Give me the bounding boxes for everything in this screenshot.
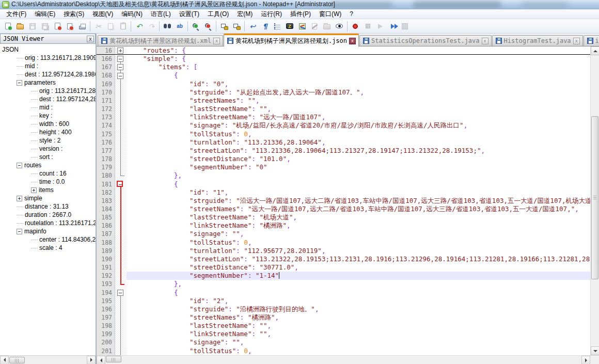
code-text[interactable]: "streetLatLon": "113.21322,28.19153;113.…	[127, 255, 590, 263]
fold-collapse-icon[interactable]	[117, 290, 123, 296]
fold-collapse-icon[interactable]	[117, 64, 123, 70]
macro-play-icon[interactable]	[374, 20, 386, 33]
scrollbar-track[interactable]	[591, 55, 599, 346]
tree-item-15[interactable]: count : 16	[0, 169, 96, 178]
macro-stop-icon[interactable]	[361, 20, 374, 33]
tree-item-1[interactable]: orig : 113.216171,28.190967	[0, 54, 96, 62]
code-text[interactable]: "linkStreetName": "",	[127, 330, 590, 338]
code-text[interactable]: "strguide": "沿远大一路/国道107,远大二路/省道103,车站中路…	[127, 197, 590, 205]
macro-record-icon[interactable]	[349, 20, 361, 33]
menu-item-7[interactable]: 工具(O)	[203, 9, 233, 20]
expand-icon[interactable]	[31, 187, 37, 193]
tab-close-icon[interactable]: x	[482, 38, 488, 44]
code-text[interactable]: {	[127, 180, 590, 188]
scrollbar-track[interactable]	[122, 356, 581, 364]
tab-1[interactable]: 黄花机场到橘子洲风景区路径规划.jsonx	[224, 34, 359, 46]
tree-item-18[interactable]: simple	[0, 194, 96, 202]
collapse-icon[interactable]	[17, 229, 22, 234]
copy-icon[interactable]	[104, 20, 117, 33]
code-text[interactable]: },	[127, 171, 590, 180]
code-text[interactable]: "streetDistance": "30771.0",	[127, 263, 590, 272]
collapse-icon[interactable]	[17, 80, 22, 86]
print-icon[interactable]	[76, 20, 88, 33]
zoom-in-icon[interactable]	[190, 20, 202, 33]
macro-save-icon[interactable]	[399, 20, 411, 33]
open-file-icon[interactable]	[14, 20, 26, 33]
show-all-characters-icon[interactable]: ¶	[259, 20, 271, 33]
new-file-icon[interactable]	[2, 20, 14, 33]
code-text[interactable]: "tollStatus": 0,	[127, 239, 590, 247]
tree-item-6[interactable]: dest : 112.957124,28.198626	[0, 95, 96, 103]
tree-item-17[interactable]: items	[0, 186, 96, 194]
cut-icon[interactable]: ✂	[92, 20, 104, 33]
tree-item-2[interactable]: mid :	[0, 62, 96, 70]
code-text[interactable]: "id": "2",	[127, 297, 590, 305]
tree-item-13[interactable]: sort :	[0, 153, 96, 161]
scrollbar-track[interactable]	[25, 356, 87, 364]
save-icon[interactable]	[26, 20, 39, 33]
code-text[interactable]: "turnlatlon": "112.95677,28.20119",	[127, 247, 590, 255]
tab-2[interactable]: StatisticsOperationsTest.javax	[359, 35, 492, 46]
find-icon[interactable]	[161, 20, 174, 33]
close-icon[interactable]	[51, 20, 64, 33]
menu-item-4[interactable]: 编码(N)	[117, 9, 147, 20]
tree-item-3[interactable]: dest : 112.957124,28.198626	[0, 70, 96, 78]
code-text[interactable]: "tollStatus": 0,	[127, 347, 590, 355]
tree-item-0[interactable]: JSON	[0, 45, 96, 54]
tree-item-19[interactable]: distance : 31.13	[0, 202, 96, 211]
code-text[interactable]: "streetDistance": "101.0",	[127, 155, 590, 163]
tree-item-14[interactable]: routes	[0, 161, 96, 169]
undo-icon[interactable]: ↶	[133, 20, 145, 33]
menu-item-12[interactable]: ?	[345, 9, 357, 19]
code-text[interactable]: "tollStatus": 0,	[127, 130, 590, 138]
tree-item-4[interactable]: parameters	[0, 78, 96, 87]
code-text[interactable]: },	[127, 280, 590, 288]
code-text[interactable]: "lastStreetName": "",	[127, 105, 590, 113]
fold-expand-icon[interactable]	[117, 48, 123, 54]
tab-close-icon[interactable]: x	[213, 38, 220, 44]
code-text[interactable]: "items": [	[127, 63, 590, 71]
word-wrap-icon[interactable]: ↩	[246, 20, 259, 33]
indent-guide-icon[interactable]	[271, 20, 283, 33]
tree-item-24[interactable]: scale : 4	[0, 244, 96, 252]
tab-close-icon[interactable]: x	[573, 38, 580, 44]
menu-item-6[interactable]: 设置(T)	[175, 9, 203, 20]
tree-item-7[interactable]: mid :	[0, 103, 96, 112]
sync-vertical-icon[interactable]	[218, 20, 230, 33]
code-text[interactable]: "signage": "",	[127, 338, 590, 346]
code-text[interactable]: {	[127, 289, 590, 297]
code-text[interactable]: "linkStreetName": "远大一路/国道107",	[127, 113, 590, 121]
menu-item-0[interactable]: 文件(F)	[2, 9, 30, 20]
code-text[interactable]: "streetNames": "橘洲路",	[127, 313, 590, 322]
fold-collapse-icon[interactable]	[117, 73, 123, 79]
document-map-icon[interactable]	[296, 20, 308, 33]
vertical-scrollbar[interactable]	[590, 46, 599, 355]
code-text[interactable]: {	[127, 71, 590, 80]
paste-icon[interactable]	[117, 20, 129, 33]
macro-run-multiple-icon[interactable]	[386, 20, 399, 33]
tree-item-11[interactable]: style : 2	[0, 136, 96, 145]
tab-0[interactable]: 黄花机场到橘子洲景区路径规划.xmlx	[98, 35, 223, 46]
tree-item-20[interactable]: duration : 2667.0	[0, 211, 96, 219]
menu-item-3[interactable]: 视图(V)	[88, 9, 117, 20]
code-text[interactable]: "lastStreetName": "机场大道",	[127, 213, 590, 221]
tree-item-16[interactable]: time : 0.0	[0, 178, 96, 186]
code-text[interactable]: "streetNames": "远大一路/国道107,远大二路/省道103,车站…	[127, 205, 590, 213]
tab-close-icon[interactable]: x	[349, 38, 356, 44]
tree-item-22[interactable]: mapinfo	[0, 227, 96, 235]
tree-item-9[interactable]: width : 600	[0, 120, 96, 128]
code-text[interactable]: "strguide": "沿橘洲路行驶到目的地。",	[127, 305, 590, 313]
tree-item-5[interactable]: orig : 113.216171,28.190967	[0, 87, 96, 95]
expand-icon[interactable]	[17, 196, 22, 201]
code-text[interactable]: "routes": {	[127, 46, 590, 54]
tree-item-21[interactable]: routelatlon : 113.216171,28.1909	[0, 219, 96, 227]
tree-item-10[interactable]: height : 400	[0, 128, 96, 136]
code-text[interactable]: "segmentNumber": "0"	[127, 163, 590, 171]
panel-horizontal-scrollbar[interactable]	[0, 355, 96, 364]
scroll-right-icon[interactable]	[581, 356, 590, 364]
menu-item-1[interactable]: 编辑(E)	[30, 9, 59, 20]
code-text[interactable]: "signage": "机场/益阳/长永高速/省道20/市府/星沙/浏阳/市政府…	[127, 121, 590, 130]
close-all-icon[interactable]	[64, 20, 76, 33]
save-all-icon[interactable]	[39, 20, 51, 33]
project-panel-icon[interactable]	[321, 20, 333, 33]
